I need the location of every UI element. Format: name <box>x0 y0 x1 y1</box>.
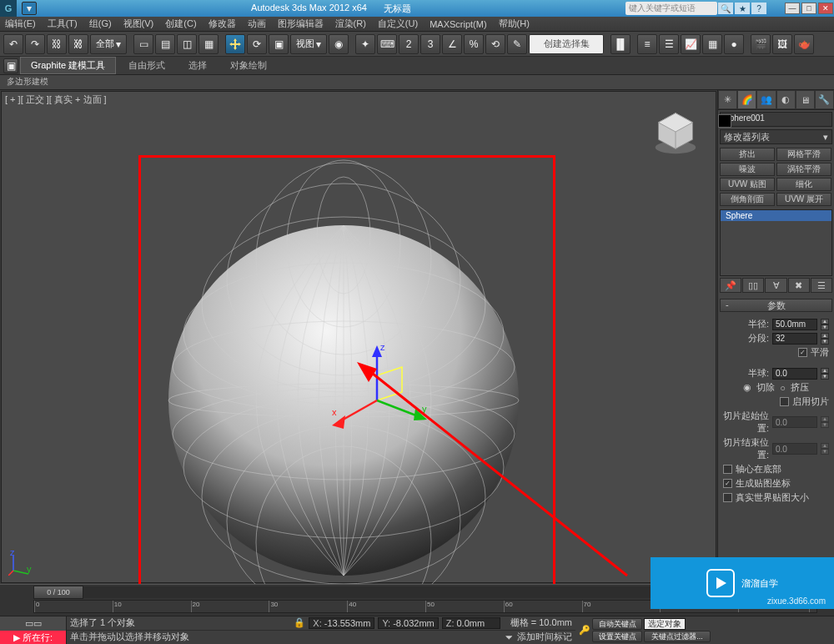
help-star-btn[interactable]: ★ <box>735 3 750 14</box>
menu-create[interactable]: 创建(C) <box>165 18 196 30</box>
stack-unique-button[interactable]: ∀ <box>765 278 786 293</box>
cmd-tab-hierarchy[interactable]: 👥 <box>756 90 776 109</box>
modifier-stack[interactable]: Sphere <box>720 209 832 276</box>
select-rotate-button[interactable]: ⟳ <box>247 34 267 54</box>
ribbon-panel-label[interactable]: 多边形建模 <box>0 75 834 90</box>
squash-radio[interactable]: ○ <box>780 383 786 393</box>
viewport[interactable]: [ + ][ 正交 ][ 真实 + 边面 ] <box>1 91 716 583</box>
redo-button[interactable]: ↷ <box>25 34 45 54</box>
unlink-button[interactable]: ⛓̸ <box>68 34 88 54</box>
coord-x[interactable]: X:-13.553mm <box>309 617 374 629</box>
radius-spin-arrows[interactable]: ▲▼ <box>821 319 829 330</box>
render-production-button[interactable]: 🫖 <box>794 34 814 54</box>
select-filter[interactable]: 全部 ▾ <box>90 34 127 54</box>
material-editor-button[interactable]: ● <box>724 34 744 54</box>
menu-rendering[interactable]: 渲染(R) <box>335 18 366 30</box>
ref-coord-dropdown[interactable]: 视图 ▾ <box>290 34 327 54</box>
lock-icon[interactable]: 🔒 <box>294 617 305 628</box>
help-search-input[interactable]: 键入关键字或短语 <box>626 2 717 15</box>
mod-btn-turbosmooth[interactable]: 涡轮平滑 <box>776 163 831 176</box>
segments-spin-arrows[interactable]: ▲▼ <box>821 333 829 345</box>
viewport-label[interactable]: [ + ][ 正交 ][ 真实 + 边面 ] <box>5 93 107 106</box>
ribbon-tab-graphite[interactable]: Graphite 建模工具 <box>20 57 116 74</box>
mod-btn-uvwunwrap[interactable]: UVW 展开 <box>776 193 831 206</box>
menu-animation[interactable]: 动画 <box>248 18 266 30</box>
render-setup-button[interactable]: 🎬 <box>751 34 771 54</box>
app-menu[interactable]: ▾ <box>22 2 37 15</box>
mod-btn-bevelprofile[interactable]: 倒角剖面 <box>720 193 775 206</box>
select-scale-button[interactable]: ▣ <box>269 34 289 54</box>
mirror-button[interactable]: ▐▌ <box>610 34 631 54</box>
slice-on-checkbox[interactable] <box>780 397 789 406</box>
menu-customize[interactable]: 自定义(U) <box>378 18 418 30</box>
segments-spinner[interactable]: 32 <box>772 333 817 345</box>
radius-spinner[interactable]: 50.0mm <box>772 319 817 330</box>
menu-views[interactable]: 视图(V) <box>123 18 154 30</box>
cmd-tab-utilities[interactable]: 🔧 <box>815 90 834 109</box>
script-listener-line[interactable]: ▶ 所在行: <box>0 631 66 645</box>
keyboard-shortcut-button[interactable]: ⌨ <box>377 34 397 54</box>
menu-grapheditors[interactable]: 图形编辑器 <box>278 18 324 30</box>
window-crossing-button[interactable]: ▦ <box>198 34 219 54</box>
coord-z[interactable]: Z:0.0mm <box>442 617 500 629</box>
coord-y[interactable]: Y:-8.032mm <box>378 617 438 629</box>
time-slider-knob[interactable]: 0 / 100 <box>33 586 83 599</box>
select-manipulate-button[interactable]: ✦ <box>355 34 375 54</box>
close-button[interactable]: ✕ <box>818 3 833 14</box>
use-pivot-button[interactable]: ◉ <box>329 34 349 54</box>
angle-snap-button[interactable]: ∠ <box>442 34 462 54</box>
base-pivot-checkbox[interactable] <box>723 465 732 474</box>
stack-item-sphere[interactable]: Sphere <box>721 210 831 221</box>
modifier-list-dropdown[interactable]: 修改器列表▾ <box>720 129 832 144</box>
align-button[interactable]: ≡ <box>637 34 657 54</box>
layers-button[interactable]: ☰ <box>659 34 679 54</box>
macro-rec-indicator[interactable]: ▭▭ <box>0 616 66 631</box>
select-object-button[interactable]: ▭ <box>133 34 153 54</box>
setkey-button[interactable]: 设置关键点 <box>592 631 642 642</box>
select-region-button[interactable]: ◫ <box>177 34 197 54</box>
minimize-button[interactable]: — <box>785 3 800 14</box>
snap-2d-button[interactable]: 2 <box>399 34 419 54</box>
rendered-frame-button[interactable]: 🖼 <box>772 34 792 54</box>
cmd-tab-motion[interactable]: ◐ <box>776 90 796 109</box>
add-time-tag[interactable]: 添加时间标记 <box>517 631 572 643</box>
real-uv-checkbox[interactable] <box>723 493 732 502</box>
ribbon-toggle[interactable]: ▣ <box>3 58 18 73</box>
mod-btn-meshsmooth[interactable]: 网格平滑 <box>776 148 831 161</box>
time-tag-icon[interactable]: ⏷ <box>505 632 514 642</box>
gen-uv-checkbox[interactable]: ✓ <box>723 479 732 488</box>
autokey-button[interactable]: 自动关键点 <box>592 618 642 630</box>
chop-radio[interactable]: ◉ <box>743 382 751 393</box>
hemi-spin-arrows[interactable]: ▲▼ <box>821 368 829 380</box>
viewcube-icon[interactable] <box>652 108 699 155</box>
stack-show-button[interactable]: ▯▯ <box>742 278 764 293</box>
mod-btn-noise[interactable]: 噪波 <box>720 163 775 176</box>
smooth-checkbox[interactable]: ✓ <box>798 348 807 357</box>
select-name-button[interactable]: ▤ <box>155 34 175 54</box>
menu-modifiers[interactable]: 修改器 <box>208 18 236 30</box>
mod-btn-extrude[interactable]: 挤出 <box>720 148 775 161</box>
menu-maxscript[interactable]: MAXScript(M) <box>430 19 486 29</box>
help-question-btn[interactable]: ? <box>751 3 766 14</box>
mod-btn-tessellate[interactable]: 细化 <box>776 178 831 191</box>
ribbon-tab-freeform[interactable]: 自由形式 <box>118 57 176 74</box>
stack-remove-button[interactable]: ✖ <box>788 278 810 293</box>
ribbon-tab-selection[interactable]: 选择 <box>178 57 218 74</box>
mod-btn-uvwmap[interactable]: UVW 贴图 <box>720 178 775 191</box>
stack-config-button[interactable]: ☰ <box>811 278 832 293</box>
menu-edit[interactable]: 编辑(E) <box>5 18 36 30</box>
maximize-button[interactable]: □ <box>801 3 816 14</box>
keyfilters-button[interactable]: 关键点过滤器... <box>644 631 711 642</box>
cmd-tab-modify[interactable]: 🌈 <box>737 90 756 109</box>
infocenter-btn[interactable]: 🔍 <box>718 3 733 14</box>
undo-button[interactable]: ↶ <box>3 34 23 54</box>
edit-named-sel-button[interactable]: ✎ <box>507 34 527 54</box>
hemisphere-spinner[interactable]: 0.0 <box>772 368 817 380</box>
named-selection-set[interactable]: 创建选择集 <box>529 34 604 54</box>
cmd-tab-display[interactable]: 🖥 <box>796 90 815 109</box>
stack-pin-button[interactable]: 📌 <box>720 278 741 293</box>
menu-group[interactable]: 组(G) <box>89 18 112 30</box>
menu-tools[interactable]: 工具(T) <box>48 18 78 30</box>
key-icon[interactable]: 🔑 <box>579 625 590 636</box>
cmd-tab-create[interactable]: ✳ <box>718 90 737 109</box>
